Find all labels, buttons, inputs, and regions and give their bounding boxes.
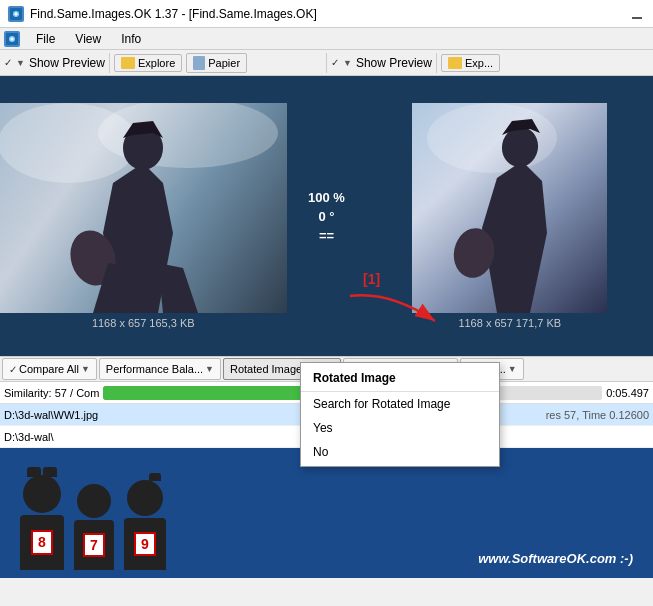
papier-label: Papier	[208, 57, 240, 69]
toolbar-row: ✓ ▼ Show Preview Explore Papier ✓ ▼ Show…	[0, 50, 653, 76]
svg-point-5	[11, 37, 14, 40]
bottom-area: 8 7 9 www.SoftwareOK.com :-)	[0, 448, 653, 578]
menu-view[interactable]: View	[67, 30, 109, 48]
performance-arrow: ▼	[205, 364, 214, 374]
mascot-1: 8	[20, 475, 64, 570]
menu-bar: File View Info	[0, 28, 653, 50]
mascot-1-number: 8	[31, 530, 53, 554]
explore-button-left[interactable]: Explore	[114, 54, 182, 72]
mascot-3-number: 9	[134, 532, 156, 556]
percent-label: 100 %	[308, 190, 345, 205]
dropdown-yes-option[interactable]: Yes	[301, 416, 499, 440]
folder-icon-right	[448, 57, 462, 69]
branding-text: www.SoftwareOK.com :-)	[478, 551, 633, 566]
file-info-1: res 57, Time 0.12600	[546, 409, 649, 421]
similarity-time: 0:05.497	[606, 387, 649, 399]
main-preview-area: 1168 x 657 165,3 KB 100 % 0 ° == 1168 x …	[0, 76, 653, 356]
title-bar: Find.Same.Images.OK 1.37 - [Find.Same.Im…	[0, 0, 653, 28]
paper-icon	[193, 56, 205, 70]
toolbar-left-section: ✓ ▼ Show Preview Explore Papier	[4, 53, 322, 73]
show-preview-label-left[interactable]: Show Preview	[29, 56, 105, 70]
right-image-container: 1168 x 657 171,7 KB	[412, 103, 607, 329]
dropdown-header: Rotated Image	[301, 365, 499, 392]
preview-left: 1168 x 657 165,3 KB	[0, 76, 287, 356]
explore-button-right[interactable]: Exp...	[441, 54, 500, 72]
mascot-area: 8 7 9	[0, 475, 166, 570]
left-image-canvas[interactable]	[0, 103, 287, 313]
mascot-2: 7	[74, 484, 114, 570]
papier-button[interactable]: Papier	[186, 53, 247, 73]
explore-label-left: Explore	[138, 57, 175, 69]
show-preview-arrow-right: ▼	[343, 58, 352, 68]
compare-all-arrow: ▼	[81, 364, 90, 374]
window-title: Find.Same.Images.OK 1.37 - [Find.Same.Im…	[30, 7, 317, 21]
app-icon	[8, 6, 24, 22]
show-preview-arrow-left: ▼	[16, 58, 25, 68]
toolbar-center-sep	[326, 53, 327, 73]
show-preview-check-left: ✓	[4, 57, 12, 68]
folder-icon-left	[121, 57, 135, 69]
menu-info[interactable]: Info	[113, 30, 149, 48]
compare-all-btn[interactable]: ✓ Compare All ▼	[2, 358, 97, 380]
left-image-container: 1168 x 657 165,3 KB	[0, 103, 287, 329]
negate-arrow: ▼	[508, 364, 517, 374]
degrees-label: 0 °	[318, 209, 334, 224]
minimize-button[interactable]	[629, 6, 645, 22]
toolbar-right-section: ✓ ▼ Show Preview Exp...	[331, 53, 649, 73]
preview-right: 1168 x 657 171,7 KB	[367, 76, 654, 356]
right-image-canvas[interactable]	[412, 103, 607, 313]
menu-app-icon	[4, 31, 20, 47]
sep1	[109, 53, 110, 73]
dropdown-no-option[interactable]: No	[301, 440, 499, 464]
performance-label: Performance Bala...	[106, 363, 203, 375]
show-preview-label-right[interactable]: Show Preview	[356, 56, 432, 70]
sep2	[436, 53, 437, 73]
performance-btn[interactable]: Performance Bala... ▼	[99, 358, 221, 380]
mascot-3: 9	[124, 480, 166, 570]
equals-label: ==	[319, 228, 334, 243]
show-preview-check-right: ✓	[331, 57, 339, 68]
explore-label-right: Exp...	[465, 57, 493, 69]
similarity-label: Similarity: 57 / Com	[4, 387, 99, 399]
center-stats: 100 % 0 ° ==	[287, 76, 367, 356]
image-info-left: 1168 x 657 165,3 KB	[92, 317, 195, 329]
mascot-2-number: 7	[83, 533, 105, 557]
compare-all-label: Compare All	[19, 363, 79, 375]
dropdown-search-option[interactable]: Search for Rotated Image	[301, 392, 499, 416]
svg-point-2	[15, 12, 18, 15]
image-info-right: 1168 x 657 171,7 KB	[458, 317, 561, 329]
rotated-image-dropdown: Rotated Image Search for Rotated Image Y…	[300, 362, 500, 467]
menu-file[interactable]: File	[28, 30, 63, 48]
